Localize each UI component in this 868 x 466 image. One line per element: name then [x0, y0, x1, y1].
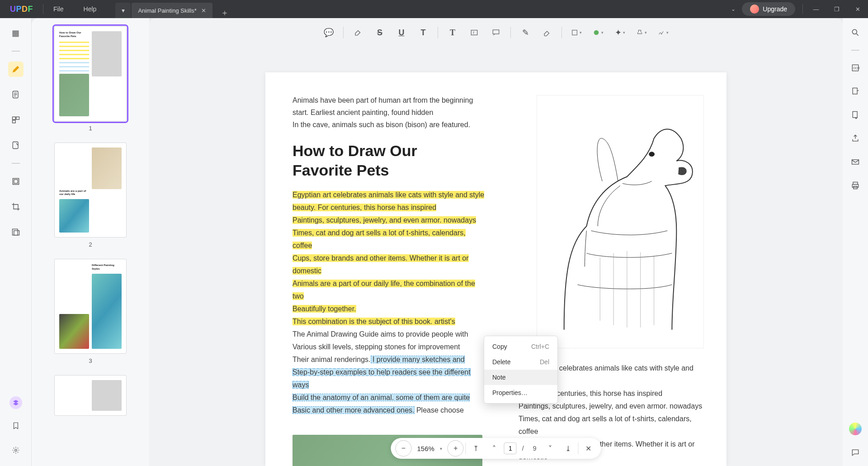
layers-icon[interactable]	[9, 396, 22, 409]
email-icon[interactable]	[849, 156, 862, 168]
text-icon[interactable]: T	[443, 24, 462, 41]
svg-rect-7	[12, 229, 18, 235]
ctx-copy[interactable]: CopyCtrl+C	[484, 339, 557, 354]
svg-rect-1	[12, 117, 15, 119]
highlight-icon[interactable]	[349, 24, 367, 41]
svg-rect-12	[493, 30, 499, 34]
tab-label: Animal Painting Skills*	[138, 7, 196, 14]
shape-circle-icon[interactable]	[589, 24, 607, 41]
ctx-delete[interactable]: DeleteDel	[484, 354, 557, 370]
tab-dropdown[interactable]: ▾	[115, 3, 131, 18]
svg-rect-2	[16, 117, 19, 119]
textbox-icon[interactable]: T	[465, 24, 483, 41]
window-close-icon[interactable]: ✕	[847, 6, 868, 13]
thumbnail-page-2[interactable]: Animals are a part of our daily life 2	[54, 143, 127, 248]
thumbnail-number: 2	[54, 241, 127, 248]
svg-rect-22	[853, 182, 858, 185]
strikethrough-icon[interactable]: S	[371, 24, 389, 41]
scan-icon[interactable]: OCR	[849, 62, 862, 74]
menu-help[interactable]: Help	[74, 5, 107, 13]
body-text: Egyptian art celebrates animals like cat…	[292, 189, 487, 417]
page-next-icon[interactable]: ˅	[542, 440, 558, 456]
avatar-icon	[750, 5, 759, 14]
svg-rect-19	[853, 88, 857, 94]
new-tab-button[interactable]: ＋	[213, 7, 236, 18]
svg-rect-3	[12, 120, 15, 123]
comment-mode-icon[interactable]	[8, 62, 24, 77]
ocr-icon[interactable]	[8, 174, 24, 189]
pencil-icon[interactable]: ✎	[516, 24, 534, 41]
thumbnail-panel: How to Draw Our Favorite Pets 1 Animals …	[32, 18, 149, 466]
work-area: 💬 S U T T T ✎ ✦ Animals have been part o…	[149, 18, 843, 466]
shape-rect-icon[interactable]	[567, 24, 585, 41]
reader-mode-icon[interactable]: ▦	[8, 25, 24, 41]
page-prev-icon[interactable]: ˄	[486, 440, 502, 456]
crop-icon[interactable]	[8, 199, 24, 214]
app-logo: UPDF	[0, 5, 43, 14]
annotation-toolbar: 💬 S U T T T ✎ ✦	[315, 22, 677, 43]
upgrade-label: Upgrade	[763, 5, 787, 13]
svg-rect-4	[13, 142, 18, 149]
svg-rect-13	[572, 30, 577, 35]
ctx-note[interactable]: Note	[484, 370, 557, 385]
squiggly-icon[interactable]: T	[414, 24, 432, 41]
page-1: Animals have been part of human art from…	[265, 72, 726, 466]
page-first-icon[interactable]: ⤒	[468, 440, 484, 456]
svg-text:OCR: OCR	[853, 67, 860, 70]
app-body: ▦	[0, 18, 868, 466]
underline-icon[interactable]: U	[392, 24, 410, 41]
print-icon[interactable]	[849, 179, 862, 192]
callout-icon[interactable]	[487, 24, 505, 41]
edit-mode-icon[interactable]	[8, 87, 24, 102]
intro-text: Animals have been part of human art from…	[292, 94, 482, 131]
export-icon[interactable]	[849, 85, 862, 98]
thumbnail-page-4[interactable]	[54, 375, 127, 416]
rail-divider	[851, 50, 859, 51]
stamp-icon[interactable]	[632, 24, 651, 41]
convert-icon[interactable]	[849, 109, 862, 121]
tab-close-icon[interactable]: ✕	[201, 7, 206, 14]
svg-point-9	[14, 449, 17, 452]
page-last-icon[interactable]: ⤓	[560, 440, 576, 456]
context-menu: CopyCtrl+C DeleteDel Note Properties…	[484, 336, 558, 404]
bookmark-icon[interactable]	[8, 418, 24, 433]
sticker-icon[interactable]: ✦	[611, 24, 629, 41]
ctx-properties[interactable]: Properties…	[484, 385, 557, 400]
zoom-value: 156%	[413, 445, 438, 452]
rail-divider	[12, 51, 20, 52]
eraser-icon[interactable]	[538, 24, 556, 41]
page-control-bar: − 156% ▾ + ⤒ ˄ / 9 ˅ ⤓ ✕	[391, 438, 601, 459]
thumbnail-number: 1	[54, 125, 127, 132]
window-maximize-icon[interactable]: ❐	[826, 6, 847, 13]
page-total: 9	[529, 445, 540, 452]
svg-text:T: T	[472, 31, 475, 35]
window-minimize-icon[interactable]: —	[806, 6, 826, 13]
form-mode-icon[interactable]	[8, 138, 24, 153]
settings-icon[interactable]	[8, 442, 24, 458]
svg-rect-8	[14, 231, 19, 235]
left-tool-rail: ▦	[0, 18, 32, 466]
menu-file[interactable]: File	[43, 5, 74, 13]
page-close-icon[interactable]: ✕	[580, 440, 597, 456]
organize-mode-icon[interactable]	[8, 112, 24, 128]
upgrade-button[interactable]: Upgrade	[742, 2, 795, 16]
signature-icon[interactable]	[654, 24, 672, 41]
thumbnail-page-1[interactable]: How to Draw Our Favorite Pets 1	[54, 26, 127, 132]
page-current-input[interactable]	[504, 442, 517, 454]
zoom-out-button[interactable]: −	[395, 440, 411, 456]
right-tool-rail: OCR	[843, 18, 868, 466]
svg-rect-6	[14, 180, 17, 183]
thumbnail-page-3[interactable]: Different Painting Styles 3	[54, 259, 127, 364]
search-icon[interactable]	[849, 26, 862, 39]
chat-icon[interactable]	[849, 446, 862, 459]
comment-icon[interactable]: 💬	[320, 24, 338, 41]
zoom-in-button[interactable]: +	[448, 440, 464, 456]
ai-assistant-icon[interactable]	[849, 423, 862, 435]
selected-text[interactable]: I provide many sketches and	[371, 356, 465, 363]
zoom-dropdown-icon[interactable]: ▾	[440, 446, 446, 451]
redact-icon[interactable]	[8, 224, 24, 240]
titlebar: UPDF File Help ▾ Animal Painting Skills*…	[0, 0, 868, 18]
share-icon[interactable]	[849, 132, 862, 145]
document-tab[interactable]: Animal Painting Skills* ✕	[132, 3, 212, 18]
tabs-overflow-icon[interactable]: ⌄	[725, 6, 742, 12]
